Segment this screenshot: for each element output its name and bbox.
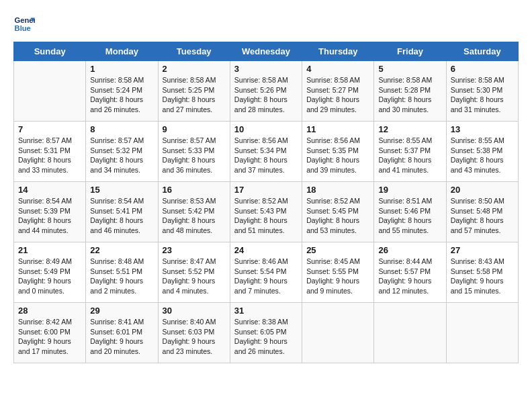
weekday-friday: Friday xyxy=(374,42,446,61)
day-cell: 27 Sunrise: 8:43 AMSunset: 5:58 PMDaylig… xyxy=(446,242,518,303)
day-number: 19 xyxy=(378,185,441,195)
day-cell: 25 Sunrise: 8:45 AMSunset: 5:55 PMDaylig… xyxy=(302,242,374,303)
day-info: Sunrise: 8:43 AMSunset: 5:58 PMDaylight:… xyxy=(451,257,514,296)
day-number: 28 xyxy=(18,306,81,316)
day-cell: 18 Sunrise: 8:52 AMSunset: 5:45 PMDaylig… xyxy=(302,182,374,242)
day-cell: 3 Sunrise: 8:58 AMSunset: 5:26 PMDayligh… xyxy=(230,61,302,122)
week-row-1: 7 Sunrise: 8:57 AMSunset: 5:31 PMDayligh… xyxy=(14,122,519,182)
day-number: 15 xyxy=(90,185,153,195)
day-cell xyxy=(374,303,446,363)
day-cell: 21 Sunrise: 8:49 AMSunset: 5:49 PMDaylig… xyxy=(14,242,86,303)
day-cell: 17 Sunrise: 8:52 AMSunset: 5:43 PMDaylig… xyxy=(230,182,302,242)
day-info: Sunrise: 8:53 AMSunset: 5:42 PMDaylight:… xyxy=(163,196,226,236)
day-number: 10 xyxy=(234,124,298,134)
day-cell: 24 Sunrise: 8:46 AMSunset: 5:54 PMDaylig… xyxy=(230,242,302,303)
day-cell: 19 Sunrise: 8:51 AMSunset: 5:46 PMDaylig… xyxy=(374,182,446,242)
day-number: 8 xyxy=(90,124,153,134)
day-number: 3 xyxy=(234,64,298,74)
day-cell: 8 Sunrise: 8:57 AMSunset: 5:32 PMDayligh… xyxy=(86,122,158,182)
day-info: Sunrise: 8:52 AMSunset: 5:43 PMDaylight:… xyxy=(234,196,298,236)
week-row-0: 1 Sunrise: 8:58 AMSunset: 5:24 PMDayligh… xyxy=(14,61,519,122)
calendar-table: SundayMondayTuesdayWednesdayThursdayFrid… xyxy=(13,42,519,363)
day-cell: 14 Sunrise: 8:54 AMSunset: 5:39 PMDaylig… xyxy=(14,182,86,242)
day-info: Sunrise: 8:57 AMSunset: 5:32 PMDaylight:… xyxy=(90,136,153,175)
weekday-sunday: Sunday xyxy=(14,42,86,61)
day-cell: 22 Sunrise: 8:48 AMSunset: 5:51 PMDaylig… xyxy=(86,242,158,303)
day-info: Sunrise: 8:55 AMSunset: 5:37 PMDaylight:… xyxy=(378,136,441,175)
day-number: 17 xyxy=(234,185,298,195)
day-info: Sunrise: 8:41 AMSunset: 6:01 PMDaylight:… xyxy=(90,317,153,357)
day-number: 31 xyxy=(234,306,298,316)
day-cell: 9 Sunrise: 8:57 AMSunset: 5:33 PMDayligh… xyxy=(158,122,230,182)
day-number: 14 xyxy=(18,185,81,195)
day-cell: 28 Sunrise: 8:42 AMSunset: 6:00 PMDaylig… xyxy=(14,303,86,363)
day-cell: 6 Sunrise: 8:58 AMSunset: 5:30 PMDayligh… xyxy=(446,61,518,122)
weekday-thursday: Thursday xyxy=(302,42,374,61)
day-number: 11 xyxy=(306,124,369,134)
weekday-monday: Monday xyxy=(86,42,158,61)
day-number: 1 xyxy=(90,64,153,74)
day-number: 6 xyxy=(451,64,514,74)
day-info: Sunrise: 8:56 AMSunset: 5:34 PMDaylight:… xyxy=(234,136,298,175)
day-number: 23 xyxy=(163,245,226,255)
day-info: Sunrise: 8:44 AMSunset: 5:57 PMDaylight:… xyxy=(378,257,441,296)
day-cell: 20 Sunrise: 8:50 AMSunset: 5:48 PMDaylig… xyxy=(446,182,518,242)
day-number: 27 xyxy=(451,245,514,255)
weekday-tuesday: Tuesday xyxy=(158,42,230,61)
day-number: 5 xyxy=(378,64,441,74)
logo: General Blue xyxy=(13,13,35,35)
day-cell: 1 Sunrise: 8:58 AMSunset: 5:24 PMDayligh… xyxy=(86,61,158,122)
day-info: Sunrise: 8:58 AMSunset: 5:27 PMDaylight:… xyxy=(306,75,369,115)
day-cell: 15 Sunrise: 8:54 AMSunset: 5:41 PMDaylig… xyxy=(86,182,158,242)
weekday-saturday: Saturday xyxy=(446,42,518,61)
weekday-wednesday: Wednesday xyxy=(230,42,302,61)
day-cell: 2 Sunrise: 8:58 AMSunset: 5:25 PMDayligh… xyxy=(158,61,230,122)
day-number: 24 xyxy=(234,245,298,255)
day-number: 4 xyxy=(306,64,369,74)
day-number: 21 xyxy=(18,245,81,255)
day-info: Sunrise: 8:51 AMSunset: 5:46 PMDaylight:… xyxy=(378,196,441,236)
calendar-body: 1 Sunrise: 8:58 AMSunset: 5:24 PMDayligh… xyxy=(14,61,519,363)
day-cell: 4 Sunrise: 8:58 AMSunset: 5:27 PMDayligh… xyxy=(302,61,374,122)
day-info: Sunrise: 8:49 AMSunset: 5:49 PMDaylight:… xyxy=(18,257,81,296)
day-info: Sunrise: 8:38 AMSunset: 6:05 PMDaylight:… xyxy=(234,317,298,357)
day-number: 29 xyxy=(90,306,153,316)
day-cell xyxy=(446,303,518,363)
svg-text:Blue: Blue xyxy=(15,24,31,32)
day-info: Sunrise: 8:58 AMSunset: 5:25 PMDaylight:… xyxy=(163,75,226,115)
day-cell xyxy=(302,303,374,363)
day-cell: 26 Sunrise: 8:44 AMSunset: 5:57 PMDaylig… xyxy=(374,242,446,303)
svg-text:General: General xyxy=(15,16,35,24)
day-cell xyxy=(14,61,86,122)
day-info: Sunrise: 8:58 AMSunset: 5:28 PMDaylight:… xyxy=(378,75,441,115)
week-row-3: 21 Sunrise: 8:49 AMSunset: 5:49 PMDaylig… xyxy=(14,242,519,303)
day-info: Sunrise: 8:42 AMSunset: 6:00 PMDaylight:… xyxy=(18,317,81,357)
day-number: 12 xyxy=(378,124,441,134)
logo-icon: General Blue xyxy=(13,13,35,35)
day-number: 26 xyxy=(378,245,441,255)
week-row-2: 14 Sunrise: 8:54 AMSunset: 5:39 PMDaylig… xyxy=(14,182,519,242)
day-info: Sunrise: 8:46 AMSunset: 5:54 PMDaylight:… xyxy=(234,257,298,296)
day-info: Sunrise: 8:47 AMSunset: 5:52 PMDaylight:… xyxy=(163,257,226,296)
day-cell: 29 Sunrise: 8:41 AMSunset: 6:01 PMDaylig… xyxy=(86,303,158,363)
day-info: Sunrise: 8:55 AMSunset: 5:38 PMDaylight:… xyxy=(451,136,514,175)
week-row-4: 28 Sunrise: 8:42 AMSunset: 6:00 PMDaylig… xyxy=(14,303,519,363)
day-cell: 13 Sunrise: 8:55 AMSunset: 5:38 PMDaylig… xyxy=(446,122,518,182)
day-number: 7 xyxy=(18,124,81,134)
day-info: Sunrise: 8:58 AMSunset: 5:24 PMDaylight:… xyxy=(90,75,153,115)
day-number: 9 xyxy=(163,124,226,134)
day-number: 22 xyxy=(90,245,153,255)
day-cell: 11 Sunrise: 8:56 AMSunset: 5:35 PMDaylig… xyxy=(302,122,374,182)
day-cell: 7 Sunrise: 8:57 AMSunset: 5:31 PMDayligh… xyxy=(14,122,86,182)
day-number: 25 xyxy=(306,245,369,255)
day-number: 2 xyxy=(163,64,226,74)
day-cell: 12 Sunrise: 8:55 AMSunset: 5:37 PMDaylig… xyxy=(374,122,446,182)
day-info: Sunrise: 8:57 AMSunset: 5:31 PMDaylight:… xyxy=(18,136,81,175)
day-cell: 31 Sunrise: 8:38 AMSunset: 6:05 PMDaylig… xyxy=(230,303,302,363)
day-number: 20 xyxy=(451,185,514,195)
day-number: 16 xyxy=(163,185,226,195)
day-cell: 16 Sunrise: 8:53 AMSunset: 5:42 PMDaylig… xyxy=(158,182,230,242)
day-info: Sunrise: 8:56 AMSunset: 5:35 PMDaylight:… xyxy=(306,136,369,175)
day-number: 30 xyxy=(163,306,226,316)
day-cell: 5 Sunrise: 8:58 AMSunset: 5:28 PMDayligh… xyxy=(374,61,446,122)
